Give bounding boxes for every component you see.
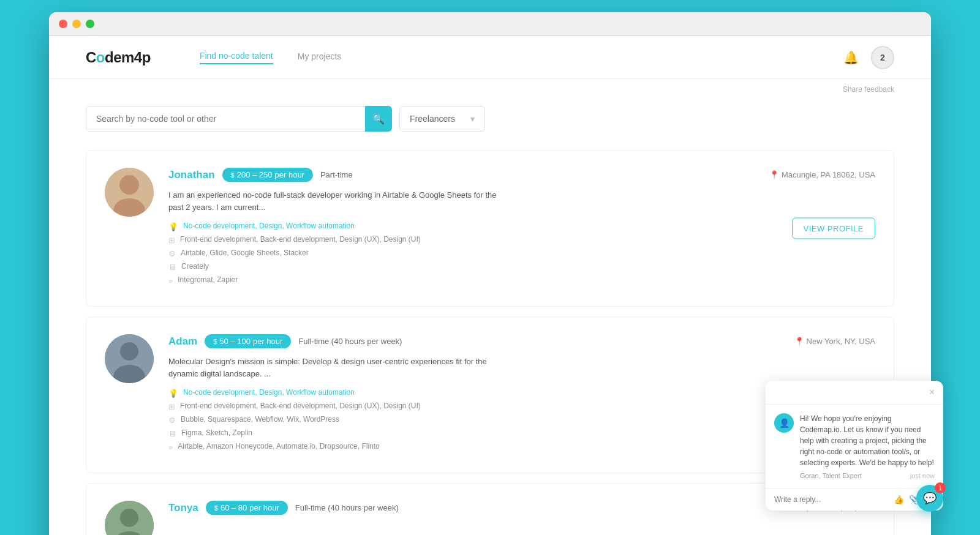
skills-secondary-jonathan: Front-end development, Back-end developm… — [180, 235, 421, 244]
design-tools-jonathan: Creately — [181, 262, 209, 271]
thumbs-up-icon[interactable]: 👍 — [894, 495, 904, 504]
chat-close-button[interactable]: × — [929, 387, 931, 398]
grid-icon: ⊞ — [168, 236, 175, 245]
svg-point-4 — [120, 342, 138, 361]
skills-primary-jonathan: No-code development, Design, Workflow au… — [183, 222, 355, 230]
header-right: 🔔 2 — [843, 46, 894, 69]
availability-jonathan: Part-time — [320, 170, 353, 179]
rate-badge-jonathan: $ 200 – 250 per hour — [222, 168, 313, 182]
user-avatar-badge[interactable]: 2 — [871, 46, 894, 69]
profile-name-tonya: Tonya — [168, 502, 198, 514]
chat-sender-name: Goran, Talent Expert — [800, 472, 862, 479]
filter-dropdown[interactable]: Freelancers ▾ — [399, 106, 485, 132]
monitor-icon-adam: 🖥 — [168, 429, 176, 438]
bulb-icon: 💡 — [168, 222, 178, 231]
location-adam: 📍 New York, NY, USA — [794, 337, 875, 346]
chat-widget: × 👤 Hi! We hope you're enjoying Codemap.… — [766, 381, 931, 511]
profile-bio-jonathan: I am an experienced no-code full-stack d… — [168, 189, 511, 213]
profile-card-jonathan: Jonathan $ 200 – 250 per hour Part-time … — [86, 150, 894, 307]
chat-agent-icon: 👤 — [779, 418, 790, 428]
nav-find-talent[interactable]: Find no-code talent — [200, 51, 273, 64]
design-tools-row-jonathan: 🖥 Creately — [168, 262, 875, 272]
svg-point-1 — [119, 175, 139, 195]
profile-bio-adam: Molecular Design's mission is simple: De… — [168, 356, 511, 380]
nav-links: Find no-code talent My projects — [200, 51, 341, 64]
grid-icon-adam: ⊞ — [168, 402, 175, 411]
nav-my-projects[interactable]: My projects — [298, 51, 342, 64]
rate-value-tonya: 60 – 80 — [221, 503, 247, 512]
browser-window: Codem4p Find no-code talent My projects … — [49, 12, 931, 535]
automation-tools-adam: Airtable, Amazon Honeycode, Automate.io,… — [178, 442, 380, 451]
chat-message-area: Hi! We hope you're enjoying Codemap.io. … — [800, 413, 931, 479]
skills-secondary-row-jonathan: ⊞ Front-end development, Back-end develo… — [168, 235, 875, 245]
skills-row-jonathan: 💡 No-code development, Design, Workflow … — [168, 222, 875, 231]
chat-fab-icon: 💬 — [923, 492, 931, 505]
automation-tools-jonathan: Integromat, Zapier — [178, 275, 238, 284]
avatar-adam — [105, 334, 154, 383]
chat-header: × — [766, 381, 931, 405]
tools-adam: Bubble, Squarespace, Webflow, Wix, WordP… — [181, 415, 339, 424]
tools-row-jonathan: ⚙ Airtable, Glide, Google Sheets, Stacke… — [168, 249, 875, 258]
profile-body-jonathan: Jonathan $ 200 – 250 per hour Part-time … — [168, 168, 875, 289]
chat-reply-input[interactable] — [774, 495, 889, 504]
search-section: 🔍 Freelancers ▾ — [49, 94, 931, 150]
search-input[interactable] — [86, 106, 392, 132]
filter-label: Freelancers — [410, 114, 455, 124]
tools-jonathan: Airtable, Glide, Google Sheets, Stacker — [181, 249, 309, 257]
browser-content: Codem4p Find no-code talent My projects … — [49, 36, 931, 535]
avatar-tonya — [105, 501, 154, 535]
profile-header-row-jonathan: Jonathan $ 200 – 250 per hour Part-time … — [168, 168, 875, 182]
traffic-light-green[interactable] — [86, 20, 94, 28]
rate-value-adam: 50 – 100 — [219, 337, 251, 346]
share-feedback[interactable]: Share feedback — [49, 79, 931, 94]
bell-icon[interactable]: 🔔 — [843, 50, 859, 65]
search-icon: 🔍 — [372, 113, 385, 125]
header: Codem4p Find no-code talent My projects … — [49, 36, 931, 79]
design-tools-adam: Figma, Sketch, Zeplin — [181, 428, 252, 437]
automation-row-jonathan: » Integromat, Zapier — [168, 275, 875, 285]
profile-header-row-adam: Adam $ 50 – 100 per hour Full-time (40 h… — [168, 334, 875, 348]
search-button[interactable]: 🔍 — [365, 106, 392, 132]
chevron-down-icon: ▾ — [470, 114, 475, 124]
avatar-jonathan — [105, 168, 154, 217]
traffic-light-red[interactable] — [59, 20, 67, 28]
logo: Codem4p — [86, 49, 151, 66]
browser-toolbar — [49, 12, 931, 36]
location-pin-icon-adam: 📍 — [794, 337, 804, 346]
rate-value-jonathan: 200 – 250 — [237, 170, 273, 179]
rate-badge-tonya: $ 60 – 80 per hour — [206, 501, 288, 515]
traffic-light-yellow[interactable] — [72, 20, 81, 28]
bulb-icon-adam: 💡 — [168, 389, 178, 398]
chat-body: 👤 Hi! We hope you're enjoying Codemap.io… — [766, 405, 931, 488]
skills-primary-adam: No-code development, Design, Workflow au… — [183, 388, 355, 397]
availability-tonya: Full-time (40 hours per week) — [295, 503, 399, 512]
view-profile-button-jonathan[interactable]: VIEW PROFILE — [792, 218, 875, 239]
arrows-icon-adam: » — [168, 443, 173, 452]
location-pin-icon: 📍 — [769, 170, 779, 179]
chat-sender-row: Goran, Talent Expert just now — [800, 472, 931, 479]
monitor-icon: 🖥 — [168, 263, 176, 272]
profile-name-jonathan: Jonathan — [168, 169, 215, 181]
skills-secondary-adam: Front-end development, Back-end developm… — [180, 402, 421, 410]
chat-input-row: 👍 📎 😊 — [766, 488, 931, 511]
search-box: 🔍 — [86, 106, 392, 132]
settings-icon-adam: ⚙ — [168, 416, 176, 425]
chat-timestamp: just now — [910, 472, 931, 479]
rate-badge-adam: $ 50 – 100 per hour — [205, 334, 291, 348]
arrows-icon: » — [168, 276, 173, 285]
settings-icon: ⚙ — [168, 249, 176, 258]
chat-message-text: Hi! We hope you're enjoying Codemap.io. … — [800, 413, 931, 468]
profile-name-adam: Adam — [168, 335, 197, 348]
svg-point-7 — [120, 509, 138, 527]
chat-agent-avatar: 👤 — [774, 413, 794, 433]
logo-highlight: o — [96, 49, 105, 65]
availability-adam: Full-time (40 hours per week) — [298, 337, 402, 346]
location-jonathan: 📍 Macungie, PA 18062, USA — [769, 170, 875, 179]
